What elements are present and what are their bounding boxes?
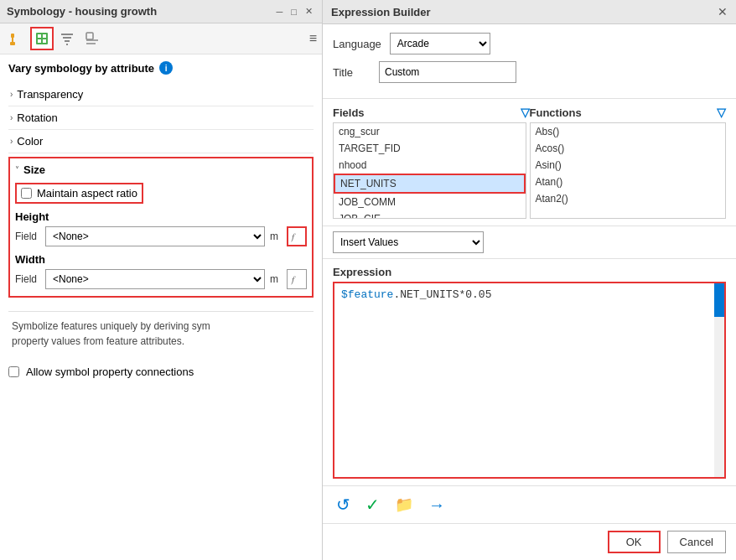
layer-icon-btn[interactable] — [30, 27, 54, 50]
fields-functions-area: Fields ▽ cng_scur TARGET_FID nhood NET_U… — [323, 99, 736, 226]
fields-list[interactable]: cng_scur TARGET_FID nhood NET_UNITS JOB_… — [333, 122, 526, 219]
expr-scrollbar[interactable] — [714, 283, 724, 477]
svg-rect-12 — [86, 33, 93, 39]
height-field-label: Field — [15, 231, 40, 242]
expr-scrollbar-thumb — [714, 283, 724, 317]
allow-connections-checkbox[interactable] — [8, 366, 19, 377]
minimize-btn[interactable]: ─ — [274, 6, 286, 18]
fields-header: Fields ▽ — [333, 106, 530, 119]
title-controls: ─ □ ✕ — [274, 5, 315, 18]
expr-rest: .NET_UNITS*0.05 — [393, 288, 491, 301]
toolbar-menu-btn[interactable]: ≡ — [309, 31, 317, 46]
expression-area: Expression $feature.NET_UNITS*0.05 — [323, 259, 736, 485]
expression-label: Expression — [333, 266, 726, 278]
functions-filter-icon[interactable]: ▽ — [717, 106, 726, 119]
fn-asin[interactable]: Asin() — [531, 157, 726, 174]
svg-rect-0 — [10, 42, 15, 45]
vary-by-attr-header: Vary symbology by attribute i — [8, 61, 314, 75]
title-row: Title — [333, 61, 726, 83]
size-section: ˅ Size Maintain aspect ratio Height Fiel… — [8, 157, 314, 298]
svg-rect-4 — [38, 34, 41, 38]
svg-text:𝑓: 𝑓 — [291, 231, 296, 242]
panel-content: Vary symbology by attribute i › Transpar… — [0, 54, 322, 560]
verify-btn[interactable]: ✓ — [362, 493, 383, 516]
field-item-cngsur[interactable]: cng_scur — [334, 123, 526, 140]
fields-filter-icon[interactable]: ▽ — [521, 106, 530, 119]
expr-title: Expression Builder — [331, 6, 430, 18]
load-btn[interactable]: 📁 — [391, 494, 417, 516]
width-field-select[interactable]: <None> — [45, 269, 265, 289]
height-field-select[interactable]: <None> — [45, 226, 265, 246]
ok-cancel-row: OK Cancel — [323, 523, 736, 560]
allow-connections-row: Allow symbol property connections — [8, 366, 314, 378]
expr-form: Language Arcade Title — [323, 24, 736, 99]
height-expr-btn[interactable]: 𝑓 — [287, 226, 307, 246]
expression-textarea-wrapper: $feature.NET_UNITS*0.05 — [333, 282, 726, 479]
svg-rect-5 — [43, 34, 46, 38]
color-section: › Color — [8, 130, 314, 153]
expr-feature-keyword: $feature — [341, 288, 393, 301]
height-field-row: Field <None> m 𝑓 — [15, 226, 307, 246]
height-unit: m — [270, 231, 282, 242]
filter-icon-btn[interactable] — [55, 27, 79, 50]
allow-connections-label: Allow symbol property connections — [26, 366, 194, 378]
expression-builder-panel: Expression Builder ✕ Language Arcade Tit… — [323, 0, 736, 560]
bottom-toolbar: ↺ ✓ 📁 → — [323, 485, 736, 523]
language-row: Language Arcade — [333, 33, 726, 54]
field-item-jobcomm[interactable]: JOB_COMM — [334, 194, 526, 210]
fn-atan2[interactable]: Atan2() — [531, 190, 726, 207]
height-label: Height — [15, 210, 307, 223]
maintain-aspect-ratio-row: Maintain aspect ratio — [15, 183, 143, 204]
expr-close-btn[interactable]: ✕ — [718, 5, 728, 18]
maintain-aspect-ratio-label: Maintain aspect ratio — [37, 187, 137, 200]
fn-acos[interactable]: Acos() — [531, 140, 726, 157]
info-icon[interactable]: i — [159, 61, 173, 75]
insert-values-select[interactable]: Insert Values — [333, 231, 484, 253]
expr-title-bar: Expression Builder ✕ — [323, 0, 736, 24]
expression-display[interactable]: $feature.NET_UNITS*0.05 — [334, 283, 724, 401]
language-select[interactable]: Arcade — [390, 33, 490, 54]
maintain-aspect-ratio-checkbox[interactable] — [21, 188, 32, 199]
fn-abs[interactable]: Abs() — [531, 123, 726, 140]
fields-column: Fields ▽ cng_scur TARGET_FID nhood NET_U… — [333, 106, 530, 219]
rotation-section: › Rotation — [8, 106, 314, 130]
save-btn[interactable]: → — [425, 494, 448, 516]
cancel-button[interactable]: Cancel — [667, 531, 726, 553]
symbology-panel: Symbology - housing growth ─ □ ✕ — [0, 0, 323, 560]
symbolize-desc: Symbolize features uniquely by deriving … — [8, 311, 314, 355]
svg-rect-2 — [11, 34, 14, 38]
field-item-jobcie[interactable]: JOB_CIE — [334, 210, 526, 219]
transparency-header[interactable]: › Transparency — [8, 85, 314, 104]
width-expr-btn[interactable]: 𝑓 — [287, 269, 307, 289]
maximize-btn[interactable]: □ — [288, 6, 299, 18]
symbology-toolbar: ≡ — [0, 23, 322, 54]
svg-rect-6 — [38, 39, 41, 43]
fn-atan[interactable]: Atan() — [531, 174, 726, 190]
symbology-title-bar: Symbology - housing growth ─ □ ✕ — [0, 0, 322, 23]
reset-btn[interactable]: ↺ — [333, 493, 354, 516]
functions-list[interactable]: Abs() Acos() Asin() Atan() Atan2() — [530, 122, 727, 219]
insert-values-row: Insert Values — [323, 226, 736, 259]
color-header[interactable]: › Color — [8, 132, 314, 151]
rotation-header[interactable]: › Rotation — [8, 108, 314, 127]
field-item-netunits[interactable]: NET_UNITS — [334, 174, 526, 194]
tag-icon-btn[interactable] — [80, 27, 104, 50]
field-item-nhood[interactable]: nhood — [334, 157, 526, 174]
functions-header: Functions ▽ — [530, 106, 727, 119]
functions-column: Functions ▽ Abs() Acos() Asin() Atan() A… — [530, 106, 727, 219]
field-item-targetfid[interactable]: TARGET_FID — [334, 140, 526, 157]
width-field-label: Field — [15, 273, 40, 285]
width-unit: m — [270, 273, 282, 285]
svg-text:𝑓: 𝑓 — [291, 274, 296, 285]
ok-button[interactable]: OK — [608, 531, 661, 553]
paintbrush-icon-btn[interactable] — [5, 27, 29, 50]
width-label: Width — [15, 253, 307, 266]
title-label: Title — [333, 66, 371, 79]
size-header[interactable]: ˅ Size — [13, 162, 308, 178]
symbology-title: Symbology - housing growth — [7, 5, 157, 18]
svg-rect-7 — [43, 39, 46, 43]
transparency-section: › Transparency — [8, 83, 314, 106]
close-left-btn[interactable]: ✕ — [303, 5, 315, 18]
language-label: Language — [333, 38, 381, 50]
title-input[interactable] — [379, 61, 516, 83]
